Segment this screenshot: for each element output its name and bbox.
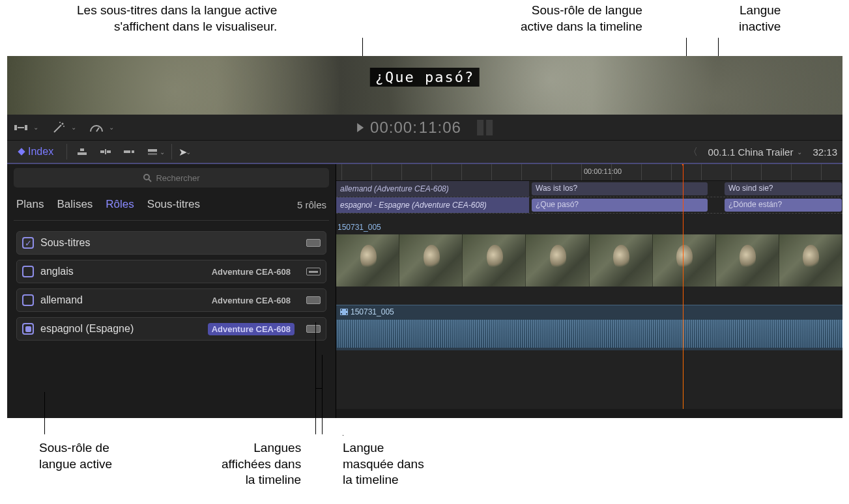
checkbox-checked-icon[interactable]: ✓ <box>22 237 34 249</box>
lane-toggle-icon[interactable] <box>306 268 321 275</box>
svg-rect-14 <box>148 149 157 152</box>
trim-tool-icon[interactable] <box>12 121 29 134</box>
annotation-inactive-language: Langue inactive <box>739 3 781 35</box>
chevron-down-icon[interactable]: ⌄ <box>109 124 114 131</box>
timecode-prefix: 00:00: <box>370 119 418 137</box>
role-label: Sous-titres <box>40 237 90 249</box>
role-tag: Adventure CEA-608 <box>208 294 295 307</box>
audio-track[interactable]: 150731_005 <box>336 305 842 350</box>
append-clip-icon[interactable] <box>121 145 137 158</box>
tab-plans[interactable]: Plans <box>16 198 44 211</box>
caption-clip[interactable]: ¿Dónde están? <box>725 199 842 212</box>
checkbox-empty-icon[interactable] <box>22 294 34 306</box>
callout-line <box>315 388 323 389</box>
video-clip-name: 150731_005 <box>338 223 381 232</box>
connect-clip-icon[interactable] <box>74 145 91 158</box>
callout-line <box>315 322 316 434</box>
checkbox-active-icon[interactable] <box>22 323 34 335</box>
tab-sous-titres[interactable]: Sous-titres <box>147 198 200 211</box>
svg-rect-2 <box>18 127 24 128</box>
tab-roles[interactable]: Rôles <box>106 198 134 211</box>
index-sidebar: Rechercher Plans Balises Rôles Sous-titr… <box>7 164 336 418</box>
caption-clip[interactable]: ¿Que pasó? <box>532 199 708 212</box>
svg-rect-10 <box>107 150 111 153</box>
role-row-anglais[interactable]: anglais Adventure CEA-608 <box>16 260 326 283</box>
caption-lane-label: espagnol - Espagne (Adventure CEA-608) <box>336 197 529 213</box>
svg-rect-7 <box>78 152 87 155</box>
chevron-down-icon[interactable]: ⌄ <box>71 124 76 131</box>
diamond-icon <box>18 148 25 155</box>
search-input[interactable]: Rechercher <box>14 168 329 188</box>
audio-clip-name: 150731_005 <box>340 307 394 316</box>
chevron-down-icon[interactable]: ⌄ <box>797 148 802 156</box>
role-row-sous-titres[interactable]: ✓ Sous-titres <box>16 231 326 255</box>
audio-meters <box>477 120 493 135</box>
retime-speedometer-icon[interactable] <box>88 121 105 134</box>
svg-rect-19 <box>341 309 342 311</box>
caption-clip[interactable]: Was ist los? <box>532 182 708 195</box>
svg-point-16 <box>144 175 149 180</box>
svg-rect-15 <box>148 153 157 155</box>
lane-toggle-icon[interactable] <box>306 296 321 304</box>
role-row-allemand[interactable]: allemand Adventure CEA-608 <box>16 288 326 312</box>
svg-rect-20 <box>341 313 342 315</box>
role-label: espagnol (Espagne) <box>40 323 134 335</box>
toolbar-secondary: Index ⌄ ➤ ⌄ 〈 00.1.1 China Trailer ⌄ 32:… <box>7 141 842 164</box>
role-label: anglais <box>40 266 74 277</box>
search-icon <box>143 173 152 182</box>
play-icon[interactable] <box>357 123 364 132</box>
svg-line-17 <box>149 179 151 182</box>
video-thumbnails <box>336 234 842 287</box>
chevron-down-icon[interactable]: ⌄ <box>160 148 165 156</box>
caption-clip[interactable]: Wo sind sie? <box>725 182 842 195</box>
lane-toggle-icon[interactable] <box>306 325 321 333</box>
filmstrip-icon <box>340 309 348 315</box>
svg-rect-12 <box>124 150 130 153</box>
video-track[interactable]: 150731_005 <box>336 234 842 300</box>
role-tag: Adventure CEA-608 <box>208 323 295 335</box>
caption-lane-inactive[interactable]: allemand (Adventure CEA-608) Was ist los… <box>336 181 842 197</box>
viewer-caption-overlay: ¿Que pasó? <box>370 68 480 87</box>
timeline[interactable]: 00:00:11:00 allemand (Adventure CEA-608)… <box>336 164 842 418</box>
project-name[interactable]: 00.1.1 China Trailer <box>708 147 794 158</box>
annotation-viewer-subtitle: Les sous-titres dans la langue active s'… <box>77 3 277 35</box>
toolbar-primary: ⌄ ⌄ ⌄ 00:00: 11:06 <box>7 115 842 141</box>
history-back-icon[interactable]: 〈 <box>688 146 698 158</box>
annotation-active-subrole-sidebar: Sous-rôle de langue active <box>39 440 112 472</box>
lane-toggle-icon[interactable] <box>306 239 321 247</box>
svg-point-5 <box>63 126 65 127</box>
svg-point-3 <box>62 122 64 124</box>
svg-rect-13 <box>132 150 134 153</box>
role-row-espagnol[interactable]: espagnol (Espagne) Adventure CEA-608 <box>16 317 326 341</box>
timecode-display: 00:00: 11:06 <box>357 119 493 137</box>
divider <box>66 144 67 160</box>
playhead[interactable] <box>683 164 684 418</box>
svg-rect-1 <box>25 125 27 130</box>
chevron-down-icon[interactable]: ⌄ <box>186 148 191 156</box>
role-tag: Adventure CEA-608 <box>208 266 295 278</box>
index-label: Index <box>28 146 53 158</box>
checkbox-empty-icon[interactable] <box>22 266 34 277</box>
annotation-hidden-language: Langue masquée dans la timeline <box>343 440 424 488</box>
index-button[interactable]: Index <box>12 146 60 158</box>
svg-rect-22 <box>346 313 347 315</box>
effects-wand-icon[interactable] <box>50 121 67 134</box>
caption-lane-label: allemand (Adventure CEA-608) <box>336 181 529 197</box>
lower-area: Rechercher Plans Balises Rôles Sous-titr… <box>7 164 842 418</box>
svg-rect-21 <box>346 309 347 311</box>
svg-rect-9 <box>100 150 104 153</box>
callout-line <box>322 355 323 434</box>
insert-clip-icon[interactable] <box>97 145 114 158</box>
timeline-ruler[interactable]: 00:00:11:00 <box>336 164 842 181</box>
role-label: allemand <box>40 294 83 306</box>
callout-line <box>343 435 343 436</box>
svg-rect-11 <box>105 149 106 154</box>
callout-line <box>44 392 45 434</box>
tab-balises[interactable]: Balises <box>57 198 93 211</box>
svg-point-4 <box>59 122 61 123</box>
project-duration: 32:13 <box>813 147 837 158</box>
caption-lane-active[interactable]: espagnol - Espagne (Adventure CEA-608) ¿… <box>336 197 842 214</box>
timeline-scrollbar[interactable] <box>336 409 842 418</box>
chevron-down-icon[interactable]: ⌄ <box>33 124 38 131</box>
overwrite-clip-icon[interactable] <box>144 145 161 158</box>
